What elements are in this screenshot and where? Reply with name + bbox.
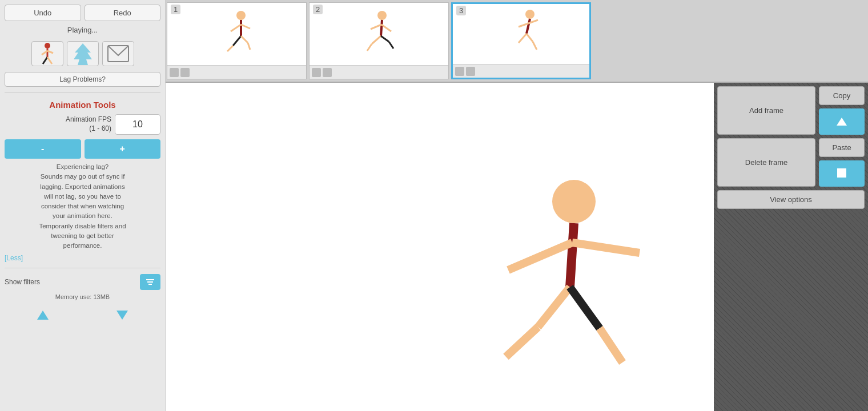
frame-controls-3 bbox=[453, 64, 589, 78]
svg-line-43 bbox=[600, 328, 622, 362]
tree-icon-button[interactable] bbox=[67, 41, 99, 66]
fps-minus-button[interactable]: - bbox=[5, 139, 81, 159]
fps-row: Animation FPS(1 - 60) 10 bbox=[5, 114, 160, 135]
fps-label: Animation FPS(1 - 60) bbox=[5, 115, 111, 133]
drawing-canvas[interactable] bbox=[166, 83, 714, 411]
svg-line-19 bbox=[241, 36, 248, 43]
frame-ctrl-icon-2a bbox=[312, 68, 321, 77]
icon-toolbar bbox=[5, 39, 160, 68]
main-area: 1 bbox=[166, 0, 868, 411]
frame-number-2: 2 bbox=[313, 5, 323, 14]
svg-marker-6 bbox=[74, 43, 92, 65]
show-filters-row: Show filters bbox=[5, 274, 160, 290]
frame-controls-1 bbox=[167, 65, 306, 79]
svg-line-18 bbox=[227, 46, 233, 51]
svg-marker-44 bbox=[837, 118, 847, 126]
frame-canvas-2 bbox=[310, 3, 448, 65]
svg-point-36 bbox=[552, 180, 596, 223]
redo-button[interactable]: Redo bbox=[85, 5, 161, 21]
frame-ctrl-icon-1b bbox=[180, 68, 190, 77]
svg-line-25 bbox=[372, 36, 381, 44]
frame-ctrl-icon-3a bbox=[455, 67, 464, 76]
frame-number-3: 3 bbox=[456, 6, 466, 15]
rp-row-2: Delete frame Paste bbox=[717, 138, 865, 187]
svg-line-34 bbox=[527, 34, 533, 42]
svg-line-37 bbox=[570, 223, 574, 287]
svg-line-5 bbox=[47, 57, 52, 64]
lag-info-text: Experiencing lag? Sounds may go out of s… bbox=[5, 162, 160, 251]
paste-icon-button[interactable] bbox=[819, 160, 865, 187]
svg-line-16 bbox=[241, 25, 250, 29]
svg-marker-12 bbox=[116, 311, 128, 320]
divider-2 bbox=[5, 268, 160, 268]
rp-row-1: Add frame Copy bbox=[717, 86, 865, 135]
svg-line-24 bbox=[381, 25, 391, 31]
frame3-stickman bbox=[501, 9, 541, 60]
svg-point-13 bbox=[236, 11, 246, 20]
arrow-buttons bbox=[5, 304, 160, 327]
svg-line-31 bbox=[519, 23, 528, 27]
less-link[interactable]: [Less] bbox=[5, 254, 160, 262]
svg-line-33 bbox=[519, 34, 527, 43]
frame-thumb-1[interactable]: 1 bbox=[167, 2, 307, 79]
svg-line-17 bbox=[233, 36, 241, 46]
svg-line-42 bbox=[570, 287, 600, 328]
playing-status: Playing... bbox=[5, 25, 160, 35]
add-frame-button[interactable]: Add frame bbox=[717, 86, 815, 135]
svg-line-22 bbox=[381, 20, 382, 36]
top-buttons: Undo Redo bbox=[5, 5, 160, 21]
memory-usage: Memory use: 13MB bbox=[5, 293, 160, 300]
fps-buttons: - + bbox=[5, 139, 160, 159]
view-options-button[interactable]: View options bbox=[717, 190, 865, 209]
svg-line-15 bbox=[231, 25, 241, 31]
svg-line-28 bbox=[389, 42, 393, 49]
svg-line-40 bbox=[538, 287, 570, 327]
frames-strip: 1 bbox=[166, 0, 868, 83]
frame-controls-2 bbox=[310, 65, 448, 79]
copy-icon-button[interactable] bbox=[819, 108, 865, 135]
svg-line-23 bbox=[371, 25, 381, 29]
fps-plus-button[interactable]: + bbox=[85, 139, 161, 159]
frame-canvas-1 bbox=[167, 3, 306, 65]
right-panel: Add frame Copy Delete frame Paste bbox=[714, 83, 868, 411]
svg-line-39 bbox=[572, 243, 640, 253]
filter-toggle-button[interactable] bbox=[140, 274, 160, 290]
envelope-icon-button[interactable] bbox=[102, 41, 134, 66]
main-stickman bbox=[485, 174, 645, 402]
copy-button[interactable]: Copy bbox=[819, 86, 865, 105]
canvas-area: Add frame Copy Delete frame Paste bbox=[166, 83, 868, 411]
svg-line-35 bbox=[533, 42, 537, 50]
svg-line-26 bbox=[367, 44, 372, 51]
svg-line-4 bbox=[43, 57, 47, 64]
frame-thumb-2[interactable]: 2 bbox=[309, 2, 449, 79]
undo-button[interactable]: Undo bbox=[5, 5, 81, 21]
svg-line-27 bbox=[381, 36, 389, 42]
show-filters-label: Show filters bbox=[5, 278, 136, 286]
frame-canvas-3 bbox=[453, 4, 589, 64]
svg-line-38 bbox=[508, 243, 572, 270]
divider-1 bbox=[5, 92, 160, 93]
paste-button[interactable]: Paste bbox=[819, 138, 865, 157]
delete-frame-button[interactable]: Delete frame bbox=[717, 138, 815, 187]
frame2-stickman bbox=[359, 9, 399, 60]
frame-number-1: 1 bbox=[171, 5, 180, 14]
frame-ctrl-icon-3b bbox=[466, 67, 475, 76]
svg-point-21 bbox=[377, 11, 387, 20]
sidebar: Undo Redo Playing... bbox=[0, 0, 166, 411]
arrow-up-button[interactable] bbox=[5, 304, 81, 327]
frame-thumb-3[interactable]: 3 bbox=[451, 2, 591, 79]
svg-marker-11 bbox=[37, 311, 49, 320]
svg-point-0 bbox=[45, 43, 50, 49]
fps-value-display: 10 bbox=[115, 114, 160, 135]
frame-ctrl-icon-2b bbox=[323, 68, 332, 77]
svg-line-30 bbox=[527, 19, 530, 34]
arrow-down-button[interactable] bbox=[85, 304, 161, 327]
animation-tools-title: Animation Tools bbox=[5, 99, 160, 111]
frame1-stickman bbox=[217, 9, 257, 60]
svg-line-20 bbox=[248, 43, 250, 50]
frame-ctrl-icon-1a bbox=[170, 68, 179, 77]
svg-point-29 bbox=[525, 10, 535, 19]
lag-problems-button[interactable]: Lag Problems? bbox=[5, 72, 160, 87]
stickman-icon-button[interactable] bbox=[31, 41, 63, 66]
svg-line-41 bbox=[506, 327, 538, 357]
